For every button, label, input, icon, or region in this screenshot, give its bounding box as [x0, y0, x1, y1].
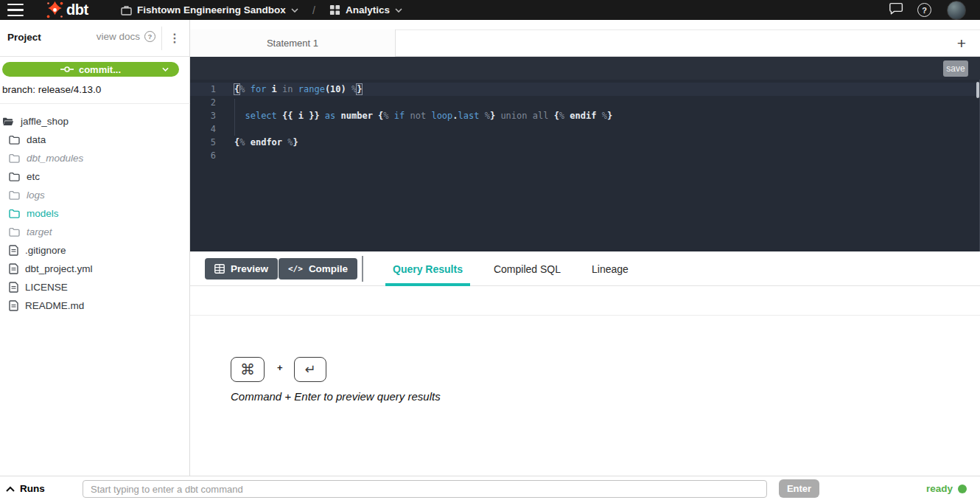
status-label: ready [926, 483, 953, 494]
file-explorer-sidebar: Project view docs ? ⋮ commit... branch: … [0, 20, 190, 476]
dbt-ide-app: dbt Fishtown Engineering Sandbox / Analy… [0, 0, 980, 500]
tree-item-label: models [27, 208, 59, 219]
hint-text: Command + Enter to preview query results [231, 390, 441, 403]
file-icon [9, 263, 18, 274]
results-tabs: Query ResultsCompiled SQLLineage [393, 251, 629, 286]
help-circle-icon: ? [144, 31, 155, 42]
git-commit-icon [60, 66, 74, 73]
line-number: 3 [190, 109, 216, 122]
chevron-down-icon [162, 67, 169, 72]
commit-button[interactable]: commit... [2, 62, 179, 77]
tree-item-label: .gitignore [25, 245, 66, 256]
folder-icon [9, 209, 20, 218]
briefcase-icon [121, 5, 132, 15]
code-editor[interactable]: 1{% for i in range(10) %}23 select {{ i … [190, 80, 980, 251]
preview-button[interactable]: Preview [205, 258, 278, 279]
editor-tab-statement-1[interactable]: Statement 1 [190, 29, 396, 57]
project-switcher[interactable]: Analytics [329, 0, 402, 20]
dbt-logo[interactable]: dbt [46, 1, 88, 19]
tree-item-dbt-project-yml[interactable]: dbt_project.yml [0, 260, 190, 278]
folder-icon [9, 227, 20, 237]
file-icon [9, 300, 18, 311]
file-tree: jaffle_shopdatadbt_modulesetclogsmodelst… [0, 112, 190, 315]
chat-icon[interactable] [889, 2, 903, 18]
tree-item-license[interactable]: LICENSE [0, 278, 190, 296]
divider [362, 256, 363, 282]
tree-item-models[interactable]: models [0, 204, 190, 223]
code-text: {% for i in range(10) %} [234, 83, 362, 96]
code-line-1[interactable]: 1{% for i in range(10) %} [190, 83, 980, 96]
chevron-down-icon [395, 8, 402, 13]
tree-item-label: target [27, 226, 52, 237]
folder-open-icon [2, 117, 14, 126]
dbt-logo-icon [46, 1, 64, 19]
tree-item-label: etc [27, 171, 40, 182]
project-name: Analytics [346, 4, 390, 15]
folder-icon [9, 172, 20, 181]
breadcrumb-separator: / [312, 0, 315, 20]
branch-label: branch: release/4.13.0 [2, 84, 101, 95]
tree-item--gitignore[interactable]: .gitignore [0, 241, 190, 260]
editor-tab-bar: Statement 1 + [190, 20, 980, 57]
dbt-command-input[interactable] [83, 480, 767, 498]
results-empty-state: ⌘ + ↵ Command + Enter to preview query r… [190, 316, 980, 476]
chevron-down-icon [291, 8, 298, 13]
chevron-up-icon [6, 486, 15, 492]
code-line-4[interactable]: 4 [190, 122, 980, 136]
tree-item-jaffle-shop[interactable]: jaffle_shop [0, 112, 190, 131]
code-line-6[interactable]: 6 [190, 149, 980, 162]
command-run-bar: Runs Enter ready [0, 476, 980, 500]
tab-lineage[interactable]: Lineage [592, 251, 629, 286]
code-lines: 1{% for i in range(10) %}23 select {{ i … [190, 83, 980, 162]
save-button[interactable]: save [943, 60, 968, 77]
code-icon: </> [288, 264, 303, 274]
code-line-5[interactable]: 5{% endfor %} [190, 136, 980, 149]
kebab-menu-icon[interactable]: ⋮ [169, 30, 181, 46]
line-number: 4 [190, 122, 216, 136]
user-avatar[interactable] [947, 1, 966, 20]
line-number: 1 [190, 83, 216, 96]
tree-item-label: logs [27, 190, 45, 201]
code-text: {% endfor %} [234, 136, 298, 149]
new-tab-button[interactable]: + [951, 29, 973, 57]
dbt-logo-text: dbt [66, 1, 88, 19]
grid-icon [329, 4, 340, 15]
tree-item-label: dbt_modules [27, 153, 83, 164]
view-docs-link[interactable]: view docs ? [97, 31, 155, 42]
runs-drawer-toggle[interactable]: Runs [6, 476, 45, 500]
status-indicator: ready [926, 476, 967, 500]
tree-item-label: dbt_project.yml [25, 263, 93, 274]
help-icon[interactable]: ? [917, 3, 931, 17]
tab-query-results[interactable]: Query Results [393, 251, 463, 286]
status-dot [958, 485, 967, 493]
tree-item-label: data [27, 134, 46, 145]
indent-guide [234, 99, 235, 136]
file-icon [9, 282, 18, 293]
top-bar: dbt Fishtown Engineering Sandbox / Analy… [0, 0, 980, 20]
code-line-3[interactable]: 3 select {{ i }} as number {% if not loo… [190, 109, 980, 122]
tree-item-data[interactable]: data [0, 131, 190, 149]
tree-item-dbt-modules[interactable]: dbt_modules [0, 149, 190, 167]
tree-item-etc[interactable]: etc [0, 167, 190, 186]
results-panel-header: Preview </> Compile Query ResultsCompile… [190, 251, 980, 286]
folder-icon [9, 190, 20, 200]
tree-item-logs[interactable]: logs [0, 186, 190, 204]
tree-item-label: README.md [25, 300, 84, 311]
editor-scrollbar-thumb[interactable] [976, 82, 979, 98]
line-number: 5 [190, 136, 216, 149]
tree-item-target[interactable]: target [0, 223, 190, 241]
folder-icon [9, 153, 20, 163]
compile-button[interactable]: </> Compile [279, 258, 357, 279]
enter-button[interactable]: Enter [779, 479, 819, 498]
editor-toolbar: save [190, 57, 980, 80]
workspace-switcher[interactable]: Fishtown Engineering Sandbox [121, 0, 298, 20]
code-line-2[interactable]: 2 [190, 96, 980, 109]
divider [161, 27, 162, 50]
tab-compiled-sql[interactable]: Compiled SQL [494, 251, 561, 286]
tree-item-label: LICENSE [25, 282, 68, 293]
workspace-name: Fishtown Engineering Sandbox [137, 4, 286, 15]
plus-glyph: + [277, 362, 283, 373]
hamburger-menu-icon[interactable] [7, 4, 24, 16]
tree-item-readme-md[interactable]: README.md [0, 296, 190, 315]
results-sub-toolbar [190, 286, 980, 316]
